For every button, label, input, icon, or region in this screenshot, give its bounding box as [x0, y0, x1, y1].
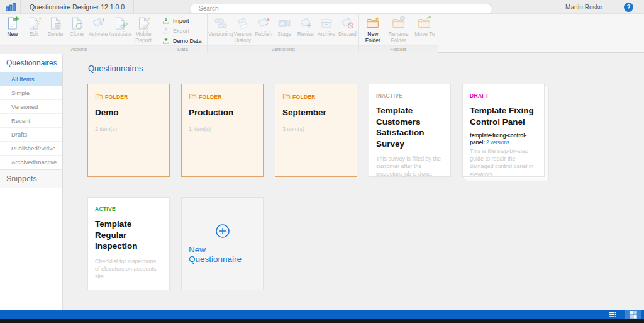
move-to-folder-icon: [417, 16, 432, 31]
card-item-count: 2 item(s): [95, 126, 162, 132]
demo-data-button[interactable]: Demo Data: [162, 37, 202, 45]
demo-data-icon: [162, 37, 170, 45]
template-card-fixing-control-panel[interactable]: DRAFT Template Fixing Control Panel temp…: [462, 84, 545, 177]
card-title: Template Customers Satisfaction Survey: [376, 105, 443, 149]
card-title: September: [282, 107, 350, 118]
archive-button[interactable]: Archive: [316, 15, 336, 38]
status-badge: ACTIVE: [95, 206, 162, 212]
move-to-button[interactable]: Move To: [412, 15, 437, 38]
sidebar: Questionnaires All Items Simple Versione…: [0, 54, 63, 310]
ribbon-group-label-actions: Actions: [0, 45, 158, 53]
document-clone-icon: [69, 16, 84, 31]
document-activate-icon: [91, 16, 106, 31]
document-new-icon: [5, 16, 20, 31]
sidebar-item-simple[interactable]: Simple: [0, 86, 62, 100]
sidebar-section-questionnaires[interactable]: Questionnaires: [0, 54, 62, 72]
card-title: Template Fixing Control Panel: [470, 105, 537, 127]
page-title: Questionnaires: [88, 64, 143, 73]
main-content: Questionnaires FOLDER Demo 2 item(s) FOL…: [64, 54, 644, 310]
help-icon[interactable]: ?: [624, 3, 633, 12]
revise-button[interactable]: Revise: [295, 15, 316, 38]
plus-circle-icon: [215, 224, 230, 239]
ribbon-group-folders: New Folder Rename Folder Move To Folders: [359, 14, 438, 53]
folder-badge: FOLDER: [105, 94, 128, 100]
rename-folder-icon: [391, 16, 406, 31]
status-bar: [0, 310, 644, 319]
template-card-customers-satisfaction-survey[interactable]: INACTIVE Template Customers Satisfaction…: [369, 84, 451, 177]
ribbon-group-actions: New Edit Delete Clone Activate Associate: [0, 14, 158, 53]
card-item-count: 1 item(s): [189, 126, 256, 132]
mobile-report-icon: [136, 16, 151, 31]
folder-icon: [282, 93, 291, 101]
revise-icon: [298, 16, 313, 31]
template-card-regular-inspection[interactable]: ACTIVE Template Regular Inspection Check…: [87, 197, 170, 290]
new-questionnaire-card[interactable]: New Questionnaire: [181, 197, 264, 290]
search-input[interactable]: [189, 4, 492, 14]
mobile-report-button[interactable]: Mobile Report: [131, 15, 155, 43]
sidebar-item-archived-inactive[interactable]: Archived/Inactive: [0, 156, 62, 169]
new-button[interactable]: New: [2, 15, 23, 38]
folder-card-production[interactable]: FOLDER Production 1 item(s): [181, 84, 264, 177]
card-description: This is the step-by-step guide to repair…: [470, 147, 537, 178]
export-button[interactable]: Export: [162, 26, 189, 35]
version-history-button[interactable]: Version History: [232, 15, 253, 43]
discard-button[interactable]: Discard: [337, 15, 358, 38]
app-title: Questionnaire Designer 12.1.0.0: [20, 0, 134, 14]
new-folder-button[interactable]: New Folder: [361, 15, 385, 43]
import-icon: [162, 17, 170, 25]
card-title: Production: [189, 107, 256, 118]
ribbon-group-label-data: Data: [158, 45, 207, 53]
sidebar-item-drafts[interactable]: Drafts: [0, 128, 62, 142]
ribbon-group-label-versioning: Versioning: [208, 45, 358, 53]
clone-button[interactable]: Clone: [66, 15, 87, 38]
delete-button[interactable]: Delete: [45, 15, 66, 38]
new-folder-icon: [365, 16, 380, 31]
discard-icon: [340, 16, 355, 31]
sidebar-item-published-active[interactable]: Published/Active: [0, 142, 62, 156]
ribbon-group-data: Import Export Demo Data Data: [158, 14, 208, 53]
folder-card-demo[interactable]: FOLDER Demo 2 item(s): [87, 84, 170, 177]
card-title: Template Regular Inspection: [95, 218, 162, 252]
stage-icon: [277, 16, 292, 31]
export-icon: [162, 27, 170, 35]
window-bottom-edge: [0, 319, 644, 323]
card-description: This survey is filled by the customer af…: [376, 155, 443, 178]
user-menu[interactable]: Martin Rosko: [555, 0, 613, 14]
document-delete-icon: [48, 16, 63, 31]
associate-button[interactable]: Associate: [109, 15, 131, 38]
folder-icon: [95, 93, 103, 101]
stage-button[interactable]: Stage: [274, 15, 295, 38]
sidebar-item-recent[interactable]: Recent: [0, 114, 62, 128]
folder-card-september[interactable]: FOLDER September 3 item(s): [275, 84, 357, 177]
card-description: Checklist for inspections of elevators o…: [95, 258, 162, 280]
sidebar-item-all-items[interactable]: All Items: [0, 72, 62, 86]
sidebar-item-versioned[interactable]: Versioned: [0, 100, 62, 114]
import-button[interactable]: Import: [162, 16, 189, 25]
document-associate-icon: [113, 16, 128, 31]
card-grid: FOLDER Demo 2 item(s) FOLDER Production …: [87, 84, 553, 290]
ribbon: New Edit Delete Clone Activate Associate: [0, 14, 644, 53]
folder-badge: FOLDER: [292, 94, 316, 100]
versions-link[interactable]: 2 versions: [486, 139, 509, 145]
publish-button[interactable]: Publish: [253, 15, 274, 38]
card-item-count: 3 item(s): [282, 126, 350, 132]
card-title: Demo: [95, 107, 162, 118]
versioning-button[interactable]: Versioning: [209, 15, 232, 38]
list-view-icon[interactable]: [605, 310, 621, 319]
version-history-icon: [235, 16, 250, 31]
grid-view-icon[interactable]: [625, 310, 641, 319]
edit-button[interactable]: Edit: [23, 15, 45, 38]
sidebar-section-snippets[interactable]: Snippets: [0, 169, 62, 188]
folder-badge: FOLDER: [199, 94, 222, 100]
activate-button[interactable]: Activate: [87, 15, 109, 38]
bar-chart-logo-icon: [5, 1, 16, 13]
status-badge: INACTIVE: [376, 93, 443, 99]
rename-folder-button[interactable]: Rename Folder: [385, 15, 413, 43]
status-badge: DRAFT: [470, 93, 537, 99]
versioning-icon: [213, 16, 228, 31]
ribbon-group-label-folders: Folders: [359, 45, 438, 53]
folder-icon: [189, 93, 197, 101]
top-bar: Questionnaire Designer 12.1.0.0 Martin R…: [0, 0, 644, 14]
ribbon-group-versioning: Versioning Version History Publish Stage…: [208, 14, 359, 53]
publish-icon: [256, 16, 271, 31]
